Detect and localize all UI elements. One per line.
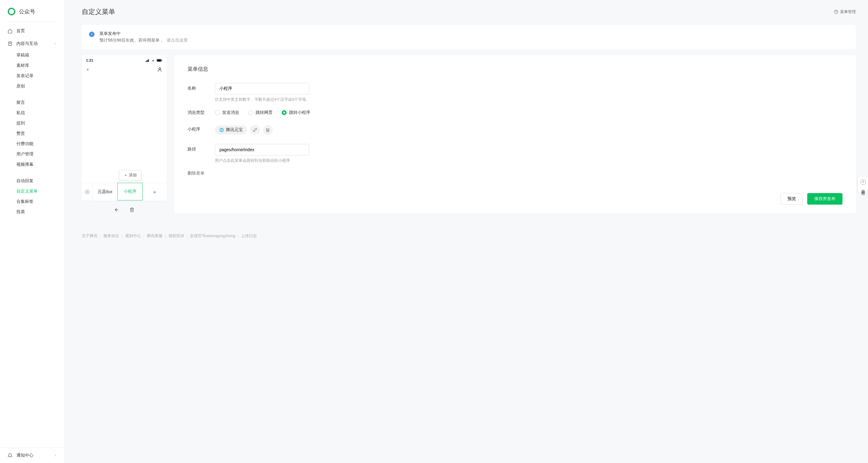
bell-icon bbox=[7, 453, 13, 458]
menu-item-2[interactable]: 小程序 bbox=[117, 183, 143, 200]
menu-item-1[interactable]: 元器Bot bbox=[93, 183, 118, 201]
nav-auto-reply[interactable]: 自动回复 bbox=[0, 176, 64, 186]
wifi-icon bbox=[151, 59, 155, 62]
nav-dm[interactable]: 私信 bbox=[0, 108, 64, 118]
miniprogram-tag: 腾讯元宝 bbox=[215, 125, 247, 134]
phone-menu-bar: 元器Bot 小程序 ＋ bbox=[82, 183, 167, 201]
radio-jump-miniprogram[interactable]: 跳转小程序 bbox=[282, 110, 310, 115]
svg-rect-11 bbox=[157, 60, 161, 61]
nav-drafts[interactable]: 草稿箱 bbox=[0, 50, 64, 60]
sidebar: 公众号 首页 内容与互动 草稿箱 素材库 发表记录 原 bbox=[0, 0, 65, 463]
menu-management-link[interactable]: 菜单管理 bbox=[834, 9, 856, 14]
float-help-button[interactable]: ? 遇到问题 bbox=[858, 176, 868, 193]
nav-label: 通知中心 bbox=[17, 453, 33, 458]
sidebar-footer: 通知中心 bbox=[0, 448, 64, 463]
person-icon bbox=[157, 67, 163, 72]
nav-custom-menu[interactable]: 自定义菜单 bbox=[0, 186, 64, 196]
add-submenu-label: 添加 bbox=[129, 172, 137, 178]
signal-icon bbox=[146, 59, 150, 62]
nav-reward[interactable]: 赞赏 bbox=[0, 128, 64, 139]
brand-text: 公众号 bbox=[19, 8, 35, 15]
miniprogram-icon bbox=[219, 128, 224, 132]
nav-label: 首页 bbox=[17, 28, 25, 34]
page-header: 自定义菜单 菜单管理 bbox=[82, 7, 856, 16]
footer-tos[interactable]: 服务协议 bbox=[103, 233, 119, 239]
swap-miniprogram-button[interactable] bbox=[250, 125, 260, 135]
nav-vote[interactable]: 投票 bbox=[0, 207, 64, 217]
info-icon: i bbox=[89, 32, 95, 37]
name-label: 名称 bbox=[188, 83, 215, 91]
nav-paid[interactable]: 付费功能 bbox=[0, 139, 64, 149]
svg-rect-5 bbox=[146, 61, 146, 62]
preview-button[interactable]: 预览 bbox=[780, 193, 803, 205]
path-label: 路径 bbox=[188, 144, 215, 152]
page-title: 自定义菜单 bbox=[82, 7, 115, 16]
miniprogram-label: 小程序 bbox=[188, 124, 215, 132]
svg-rect-12 bbox=[162, 60, 162, 61]
nav-collection-tag[interactable]: 合集标签 bbox=[0, 196, 64, 207]
add-submenu-button[interactable]: ＋ 添加 bbox=[119, 170, 141, 180]
detail-title: 菜单信息 bbox=[188, 66, 842, 72]
name-input[interactable] bbox=[215, 83, 309, 94]
miniprogram-name: 腾讯元宝 bbox=[226, 127, 243, 133]
path-input[interactable] bbox=[215, 144, 309, 156]
divider bbox=[7, 22, 57, 22]
radio-icon bbox=[248, 110, 253, 115]
footer-about[interactable]: 关于腾讯 bbox=[82, 233, 98, 239]
remove-miniprogram-button[interactable] bbox=[263, 125, 273, 135]
back-icon bbox=[86, 67, 90, 72]
alert-disable-link[interactable]: 请点击这里 bbox=[166, 38, 188, 42]
radio-send-message[interactable]: 发送消息 bbox=[215, 110, 239, 115]
footer-support[interactable]: 腾讯客服 bbox=[147, 233, 163, 239]
nav-content-group[interactable]: 内容与互动 bbox=[0, 37, 64, 50]
radio-label: 跳转网页 bbox=[256, 110, 273, 115]
nav-mention[interactable]: 提到 bbox=[0, 118, 64, 128]
save-publish-button[interactable]: 保存并发布 bbox=[807, 193, 842, 205]
phone-preview: 1:21 bbox=[82, 55, 167, 201]
radio-jump-url[interactable]: 跳转网页 bbox=[248, 110, 273, 115]
nav-user-mgmt[interactable]: 用户管理 bbox=[0, 149, 64, 159]
delete-menu-link[interactable]: 删除菜单 bbox=[188, 171, 842, 176]
svg-rect-6 bbox=[147, 60, 147, 62]
content-icon bbox=[7, 41, 13, 46]
radio-icon bbox=[215, 110, 220, 115]
footer-feedback[interactable]: 反馈官号weixingongzhong bbox=[190, 233, 235, 239]
footer-links: 关于腾讯| 服务协议| 规则中心| 腾讯客服| 侵权投诉| 反馈官号weixin… bbox=[82, 233, 856, 239]
help-icon: ? bbox=[860, 179, 866, 185]
footer-rules[interactable]: 规则中心 bbox=[125, 233, 141, 239]
radio-label: 发送消息 bbox=[222, 110, 239, 115]
phone-actions bbox=[82, 201, 167, 219]
footer-infringe[interactable]: 侵权投诉 bbox=[168, 233, 184, 239]
svg-point-13 bbox=[159, 68, 161, 69]
move-left-button[interactable] bbox=[112, 205, 122, 214]
svg-rect-8 bbox=[148, 59, 149, 62]
nav-home[interactable]: 首页 bbox=[0, 25, 64, 37]
alert-text: 预计56分钟后生效。若停用菜单， bbox=[99, 38, 164, 42]
nav-video-danmu[interactable]: 视频弹幕 bbox=[0, 159, 64, 170]
nav-label: 内容与互动 bbox=[17, 41, 38, 46]
nav-notification[interactable]: 通知中心 bbox=[0, 448, 64, 463]
phone-status-bar: 1:21 bbox=[82, 55, 167, 64]
wechat-oa-logo-icon bbox=[7, 7, 16, 16]
main: 自定义菜单 菜单管理 i 菜单发布中 预计56分钟后生效。若停用菜单， 请点击这… bbox=[65, 0, 868, 463]
add-menu-button[interactable]: ＋ bbox=[142, 183, 167, 201]
nav-assets[interactable]: 素材库 bbox=[0, 60, 64, 71]
sidebar-nav: 首页 内容与互动 草稿箱 素材库 发表记录 原创 留言 私信 提到 赞赏 付费功… bbox=[0, 25, 64, 448]
plus-icon: ＋ bbox=[124, 172, 128, 178]
battery-icon bbox=[157, 59, 163, 62]
keyboard-toggle-icon[interactable] bbox=[82, 183, 93, 201]
delete-button[interactable] bbox=[127, 205, 137, 214]
chevron-up-icon bbox=[54, 42, 57, 45]
phone-body: ＋ 添加 bbox=[82, 76, 167, 183]
chevron-right-icon bbox=[54, 454, 57, 457]
footer-upload-log[interactable]: 上传日志 bbox=[241, 233, 257, 239]
phone-nav-bar bbox=[82, 64, 167, 76]
radio-label: 跳转小程序 bbox=[289, 110, 310, 115]
nav-publish-log[interactable]: 发表记录 bbox=[0, 71, 64, 81]
alert-title: 菜单发布中 bbox=[99, 31, 188, 36]
publish-alert: i 菜单发布中 预计56分钟后生效。若停用菜单， 请点击这里 bbox=[82, 25, 856, 49]
nav-original[interactable]: 原创 bbox=[0, 81, 64, 91]
nav-comments[interactable]: 留言 bbox=[0, 97, 64, 108]
menu-detail-panel: 菜单信息 名称 仅支持中英文和数字，字数不超过4个汉字或8个字母。 消息类型 bbox=[174, 55, 856, 213]
help-link-text: 菜单管理 bbox=[840, 9, 856, 14]
